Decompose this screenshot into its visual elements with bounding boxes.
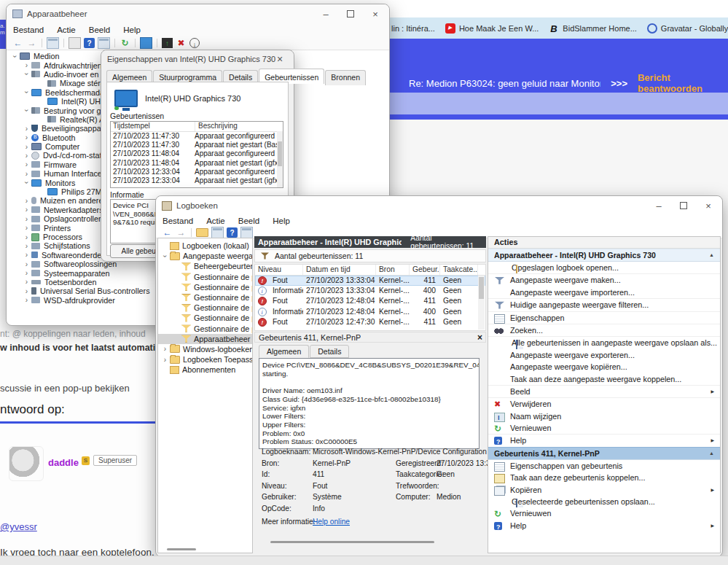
chevron-icon[interactable] [23, 133, 31, 141]
action-item[interactable]: Help [488, 520, 720, 531]
action-item[interactable]: Zoeken... [488, 324, 720, 337]
chevron-icon[interactable] [23, 242, 31, 250]
scrollbar[interactable] [270, 541, 434, 543]
forward-icon[interactable] [26, 38, 37, 48]
action-item[interactable]: Verwijderen [488, 398, 720, 410]
actions-section-header[interactable]: Gebeurtenis 411, Kernel-PnP ▲ [488, 447, 720, 460]
console2-icon[interactable] [240, 227, 253, 238]
action-item[interactable]: Kopiëren [488, 484, 720, 496]
chevron-icon[interactable] [23, 287, 31, 295]
sep[interactable] [114, 39, 115, 47]
back2-icon[interactable] [162, 227, 173, 238]
close-icon[interactable]: × [477, 332, 482, 343]
action-item[interactable]: Help [488, 435, 720, 446]
console-tree-item[interactable]: Beheergebeurtenissen [158, 261, 252, 271]
username-link[interactable]: daddle [48, 457, 79, 468]
event-row[interactable]: 27/10/2023 12:33:04 Apparaat niet gestar… [111, 176, 283, 185]
chevron-icon[interactable] [11, 52, 19, 61]
menu-item[interactable]: Help [266, 215, 297, 227]
chevron-icon[interactable] [23, 152, 31, 160]
console-tree-item[interactable]: Gestionnaire de périphéri [158, 282, 252, 292]
sep[interactable] [157, 39, 157, 47]
back-icon[interactable] [12, 38, 23, 48]
forward-icon[interactable] [176, 227, 187, 238]
action-item[interactable]: Eigenschappen van gebeurtenis [488, 460, 720, 472]
chevron-icon[interactable] [161, 356, 169, 364]
console-tree-item[interactable]: Windows-logboeken [158, 344, 252, 354]
sep[interactable] [42, 39, 42, 47]
action-item[interactable]: Aangepaste weergave kopiëren... [488, 361, 720, 373]
helpbtn-icon[interactable] [84, 38, 95, 48]
action-item[interactable]: Aangepaste weergave importeren... [488, 287, 720, 299]
console-tree-item[interactable]: Gestionnaire de périphéri [158, 303, 252, 313]
minimize-button[interactable]: – [313, 4, 338, 23]
chevron-icon[interactable] [23, 269, 31, 277]
maximize-button[interactable] [338, 4, 363, 23]
menu-item[interactable]: Beeld [82, 24, 117, 36]
actions-section-header[interactable]: Apparaatbeheer - Intel(R) UHD Graphics 7… [488, 249, 720, 262]
action-item[interactable]: Vernieuwen [488, 507, 720, 519]
popup-link-text[interactable]: scussie in een pop-up bekijken [0, 383, 130, 394]
console-tree-item[interactable]: Apparaatbeheer - Intel(R [158, 334, 252, 344]
collapse-icon[interactable]: ▲ [709, 249, 714, 261]
chevron-icon[interactable] [23, 296, 31, 304]
chevron-icon[interactable] [23, 70, 31, 78]
chevron-icon[interactable] [23, 179, 31, 187]
action-item[interactable]: Beeld [488, 386, 720, 398]
sep[interactable] [63, 39, 64, 47]
menu-item[interactable]: Bestand [156, 215, 200, 227]
console-icon[interactable] [211, 227, 224, 238]
menu-item[interactable]: Actie [50, 24, 82, 36]
bookmark-item[interactable]: BidSlammer Home... [549, 23, 636, 34]
action-item[interactable]: Geselecteerde gebeurtenissen opslaan... [488, 496, 720, 507]
column-header[interactable]: Niveau [255, 265, 303, 275]
refresh-tb-icon[interactable] [120, 38, 130, 48]
close-icon[interactable]: × [269, 50, 291, 68]
scrollbar[interactable] [167, 548, 196, 550]
monitor-tb-icon[interactable] [140, 37, 152, 49]
detail-tab[interactable]: Algemeen [259, 345, 309, 358]
help-online-link[interactable]: Help online [313, 518, 350, 526]
event-row[interactable]: 27/10/2023 12:33:04 Apparaat geconfigure… [111, 168, 283, 176]
chevron-icon[interactable] [23, 61, 31, 69]
event-list-row[interactable]: Informatie 27/10/2023 12:48:04 Kernel-..… [255, 307, 485, 317]
bookmark-item[interactable]: Gravatar - Globally... [647, 23, 728, 34]
action-item[interactable]: Eigenschappen [488, 312, 720, 324]
action-item[interactable]: Aangepaste weergave exporteren... [488, 349, 720, 361]
column-header[interactable]: Tijdstempel [111, 122, 195, 131]
chevron-icon[interactable] [23, 233, 31, 241]
console-tree-item[interactable]: Gestionnaire de périphéri [158, 292, 252, 303]
event-row[interactable]: 27/10/2023 11:48:04 Apparaat niet gestar… [111, 159, 283, 168]
detail-tab[interactable]: Details [310, 345, 349, 358]
action-item[interactable]: Taak aan deze aangepaste weergave koppel… [488, 373, 720, 386]
collapse-icon[interactable]: ▲ [709, 448, 714, 459]
event-viewer-titlebar[interactable]: Logboeken [156, 196, 722, 215]
chevron-icon[interactable] [23, 160, 31, 168]
menu-item[interactable]: Bestand [7, 24, 50, 36]
driver-update-icon[interactable] [162, 38, 173, 48]
chevron-icon[interactable] [23, 260, 31, 268]
action-item[interactable]: Opgeslagen logboek openen... [488, 262, 720, 274]
event-row[interactable]: 27/10/2023 11:47:30 Apparaat geconfigure… [111, 132, 283, 141]
action-item[interactable]: Huidige aangepaste weergave filteren... [488, 299, 720, 311]
chevron-icon[interactable] [23, 88, 31, 96]
console-tree-item[interactable]: Gestionnaire de périphéri [158, 313, 252, 323]
scan-icon[interactable] [189, 38, 200, 48]
chevron-icon[interactable] [23, 206, 31, 214]
action-item[interactable]: Taak aan deze gebeurtenis koppelen... [488, 472, 720, 483]
action-item[interactable]: Naam wijzigen [488, 410, 720, 422]
console2-icon[interactable] [98, 37, 110, 49]
maximize-button[interactable] [671, 196, 696, 215]
mention-link[interactable]: @yvessr [0, 521, 37, 532]
action-item[interactable]: Alle gebeurtenissen in aangepaste weerga… [488, 337, 720, 348]
chevron-icon[interactable] [23, 224, 31, 232]
helpbtn-icon[interactable] [227, 227, 238, 238]
menu-item[interactable]: Beeld [232, 215, 266, 227]
bookmark-item[interactable]: lin : Itinéra... [391, 24, 435, 33]
chevron-icon[interactable] [23, 170, 31, 178]
chevron-icon[interactable] [23, 215, 31, 223]
column-header[interactable]: Datum en tijd [303, 265, 376, 275]
column-header[interactable]: Gebeur... [410, 265, 440, 275]
chevron-icon[interactable] [23, 143, 31, 151]
chevron-icon[interactable] [23, 106, 31, 114]
